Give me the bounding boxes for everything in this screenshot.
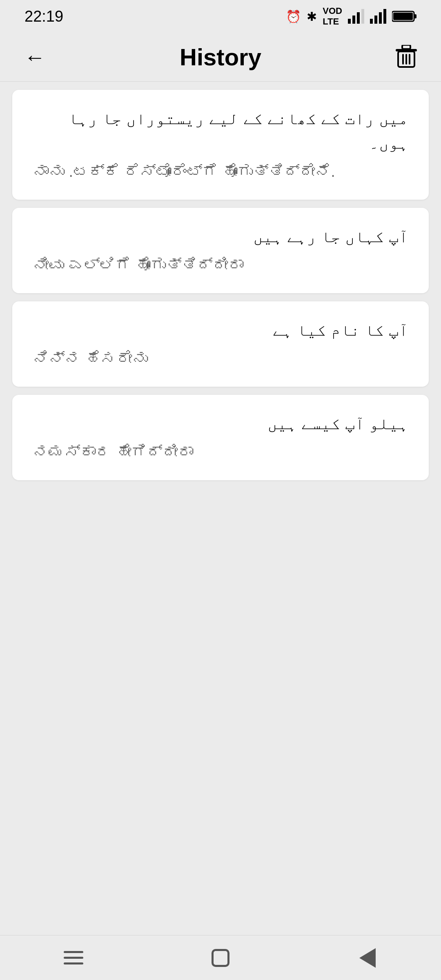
history-item-4-urdu: ہیلو آپ کیسے ہیں bbox=[33, 411, 408, 436]
svg-rect-0 bbox=[348, 19, 351, 24]
svg-rect-1 bbox=[352, 16, 355, 24]
svg-rect-6 bbox=[379, 12, 382, 24]
history-item-1[interactable]: میں رات کے کھانے کے لیے ریستوراں جا رہا … bbox=[12, 90, 429, 200]
status-bar: 22:19 ⏰ ✱ VODLTE bbox=[0, 0, 441, 33]
signal1-icon bbox=[348, 9, 364, 24]
svg-rect-10 bbox=[393, 13, 413, 20]
battery-icon bbox=[392, 10, 416, 22]
history-item-1-urdu: میں رات کے کھانے کے لیے ریستوراں جا رہا … bbox=[33, 106, 408, 155]
history-item-3-kannada: ನಿನ್ನ ಹೆಸರೇನು bbox=[33, 347, 408, 370]
svg-rect-3 bbox=[361, 9, 364, 24]
history-item-4[interactable]: ہیلو آپ کیسے ہیں ನಮಸ್ಕಾರ ಹೇಗಿದ್ದೀರಾ bbox=[12, 395, 429, 480]
signal2-icon bbox=[370, 9, 386, 24]
nav-home-button[interactable] bbox=[200, 944, 241, 972]
status-time: 22:19 bbox=[24, 8, 63, 25]
nav-bar bbox=[0, 935, 441, 980]
history-item-1-kannada: ನಾನು .ಟಕ್ಕೆ ರೆಸ್ಟೋರೆಂಟ್‌ಗೆ ಹೋಗುತ್ತಿದ್ದೇನ… bbox=[33, 160, 408, 183]
square-icon bbox=[212, 949, 229, 967]
history-item-2-kannada: ನೀವು ಎಲ್ಲಿಗೆ ಹೋಗುತ್ತಿದ್ದೀರಾ bbox=[33, 254, 408, 277]
svg-rect-12 bbox=[402, 45, 410, 49]
svg-rect-9 bbox=[414, 14, 416, 18]
page-title: History bbox=[49, 43, 392, 71]
trash-icon bbox=[396, 45, 417, 69]
svg-rect-7 bbox=[383, 9, 386, 24]
history-item-2[interactable]: آپ کہاں جا رہے ہیں ನೀವು ಎಲ್ಲಿಗೆ ಹೋಗುತ್ತಿ… bbox=[12, 208, 429, 293]
status-icons: ⏰ ✱ VODLTE bbox=[286, 6, 416, 27]
history-item-3-urdu: آپ کا نام کیا ہے bbox=[33, 318, 408, 342]
triangle-back-icon bbox=[359, 948, 376, 968]
history-list: میں رات کے کھانے کے لیے ریستوراں جا رہا … bbox=[0, 82, 441, 935]
history-item-3[interactable]: آپ کا نام کیا ہے ನಿನ್ನ ಹೆಸರೇನು bbox=[12, 301, 429, 387]
nav-back-button[interactable] bbox=[347, 944, 388, 972]
svg-rect-4 bbox=[370, 19, 373, 24]
app-bar: ← History bbox=[0, 33, 441, 82]
alarm-icon: ⏰ bbox=[286, 9, 301, 24]
delete-button[interactable] bbox=[392, 43, 421, 71]
bluetooth-icon: ✱ bbox=[307, 9, 317, 24]
nav-menu-button[interactable] bbox=[53, 944, 94, 972]
back-button[interactable]: ← bbox=[20, 43, 49, 71]
vod-lte-icon: VODLTE bbox=[323, 6, 342, 27]
svg-rect-5 bbox=[374, 16, 377, 24]
hamburger-icon bbox=[64, 951, 83, 964]
history-item-2-urdu: آپ کہاں جا رہے ہیں bbox=[33, 224, 408, 249]
history-item-4-kannada: ನಮಸ್ಕಾರ ಹೇಗಿದ್ದೀರಾ bbox=[33, 441, 408, 464]
svg-rect-2 bbox=[357, 12, 360, 24]
back-arrow-icon: ← bbox=[24, 47, 45, 68]
